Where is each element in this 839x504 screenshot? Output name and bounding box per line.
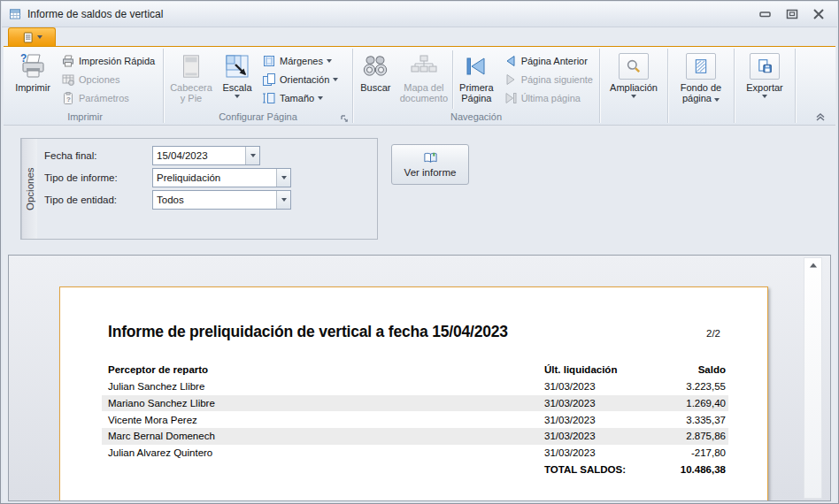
col-header-liquidacion: Últ. liquidación	[544, 364, 626, 375]
last-page-icon	[504, 91, 518, 105]
zoom-button[interactable]: Ampliación	[603, 49, 665, 111]
close-icon	[812, 9, 825, 19]
cell-liquidacion: 31/03/2023	[544, 398, 626, 409]
parameters-icon: ?	[61, 91, 75, 105]
tipo-informe-label: Tipo de informe:	[44, 172, 152, 183]
search-button[interactable]: Buscar	[355, 49, 396, 111]
fecha-final-row: Fecha final:	[44, 146, 377, 165]
group-separator	[163, 49, 164, 123]
next-page-button[interactable]: Página siguiente	[499, 70, 597, 88]
close-button[interactable]	[811, 7, 827, 21]
margins-button[interactable]: Márgenes	[258, 51, 343, 70]
print-options-label: Opciones	[79, 74, 119, 85]
cell-saldo: 1.269,40	[626, 398, 726, 409]
restore-button[interactable]	[784, 7, 800, 21]
header-footer-button[interactable]: Cabecera y Pie	[165, 49, 217, 111]
cell-perceptor: Marc Bernal Domenech	[108, 431, 544, 441]
svg-text:?: ?	[66, 95, 71, 103]
last-page-label: Última página	[521, 93, 581, 103]
ribbon-group-fondo: Fondo de página	[669, 47, 733, 125]
tipo-entidad-input[interactable]	[153, 191, 276, 209]
dropdown-arrow-icon	[250, 154, 256, 157]
report-table-icon	[9, 8, 21, 20]
size-label: Tamaño	[280, 93, 314, 103]
next-page-icon	[504, 73, 518, 87]
orientation-button[interactable]: Orientación	[258, 70, 343, 88]
header-footer-label: Cabecera y Pie	[166, 82, 216, 103]
minimize-button[interactable]	[758, 7, 774, 21]
next-page-label: Página siguiente	[521, 74, 593, 85]
page-indicator: 2/2	[706, 328, 720, 339]
cell-saldo: 3.223,55	[626, 381, 726, 392]
svg-text:?: ?	[20, 52, 27, 65]
print-button[interactable]: ? Imprimir	[9, 49, 57, 111]
size-button[interactable]: Tamaño	[258, 88, 343, 107]
fecha-final-input[interactable]	[153, 147, 245, 164]
report-page: Informe de preliquidación de vertical a …	[59, 286, 768, 501]
first-page-button[interactable]: Primera Página	[454, 49, 499, 111]
view-report-button[interactable]: Ver informe	[391, 144, 469, 185]
collapse-ribbon-icon[interactable]	[814, 111, 827, 121]
fecha-final-label: Fecha final:	[44, 150, 152, 161]
tipo-informe-combo	[152, 168, 291, 187]
ribbon-app-menu[interactable]	[8, 27, 56, 46]
print-options-button[interactable]: Opciones	[57, 70, 159, 88]
ribbon-group-ampliacion: Ampliación	[601, 47, 666, 125]
options-bar: Opciones Fecha final: Tipo de informe:	[4, 126, 835, 255]
print-icon: ?	[19, 50, 47, 82]
group-separator	[795, 49, 796, 123]
tipo-entidad-dropdown-button[interactable]	[276, 191, 290, 209]
orientation-icon	[262, 73, 276, 87]
titlebar: Informe de saldos de vertical	[2, 2, 837, 27]
fecha-final-dropdown-button[interactable]	[245, 147, 259, 164]
page-background-icon	[686, 53, 716, 80]
report-preview: Informe de preliquidación de vertical a …	[8, 255, 831, 501]
minimize-icon	[759, 9, 772, 19]
tipo-entidad-combo	[152, 190, 291, 210]
group-separator	[734, 49, 735, 123]
cell-saldo: 3.335,37	[626, 415, 726, 425]
quick-print-button[interactable]: Impresión Rápida	[57, 51, 159, 70]
tipo-informe-input[interactable]	[153, 169, 276, 187]
fecha-final-combo	[152, 146, 260, 165]
page-background-label: Fondo de página	[677, 82, 725, 103]
options-tab[interactable]: Opciones	[21, 139, 37, 239]
cell-perceptor: Vicente Mora Perez	[108, 415, 544, 425]
options-icon	[61, 73, 75, 87]
previous-page-button[interactable]: Página Anterior	[499, 51, 597, 70]
ribbon-group-configurar-pagina: Cabecera y Pie Escala Márgenes	[165, 47, 351, 125]
restore-icon	[786, 9, 798, 19]
group-separator	[352, 49, 353, 123]
header-footer-icon	[178, 50, 204, 82]
cell-saldo: 2.875,86	[626, 431, 726, 441]
vertical-scrollbar[interactable]	[804, 257, 822, 499]
document-map-button[interactable]: Mapa del documento	[396, 49, 451, 111]
quick-print-label: Impresión Rápida	[79, 56, 155, 66]
scale-button[interactable]: Escala	[217, 49, 258, 111]
dialog-launcher-icon[interactable]	[340, 114, 349, 123]
dropdown-arrow-icon	[762, 95, 767, 98]
zoom-icon	[619, 53, 649, 80]
dropdown-arrow-icon	[281, 198, 287, 202]
page-background-button[interactable]: Fondo de página	[671, 49, 731, 111]
parameters-button[interactable]: ? Parámetros	[57, 88, 159, 107]
export-button[interactable]: Exportar	[737, 49, 792, 111]
scale-label: Escala	[222, 82, 251, 93]
export-icon	[750, 53, 780, 80]
quick-print-icon	[61, 54, 75, 68]
total-value: 10.486,38	[626, 464, 726, 475]
table-row: Vicente Mora Perez 31/03/2023 3.335,37	[102, 411, 728, 428]
group-caption-empty	[601, 111, 666, 125]
zoom-label: Ampliación	[610, 82, 658, 93]
previous-page-label: Página Anterior	[521, 56, 588, 66]
dropdown-arrow-icon	[333, 78, 338, 81]
scroll-up-button[interactable]	[804, 258, 821, 272]
tipo-informe-dropdown-button[interactable]	[276, 169, 290, 187]
last-page-button[interactable]: Última página	[499, 88, 597, 107]
group-caption-configurar: Configurar Página	[165, 111, 351, 125]
cell-liquidacion: 31/03/2023	[544, 381, 626, 392]
document-map-label: Mapa del documento	[399, 82, 449, 103]
margins-label: Márgenes	[280, 56, 323, 66]
tipo-entidad-row: Tipo de entidad:	[44, 190, 377, 210]
first-page-label: Primera Página	[454, 82, 499, 103]
